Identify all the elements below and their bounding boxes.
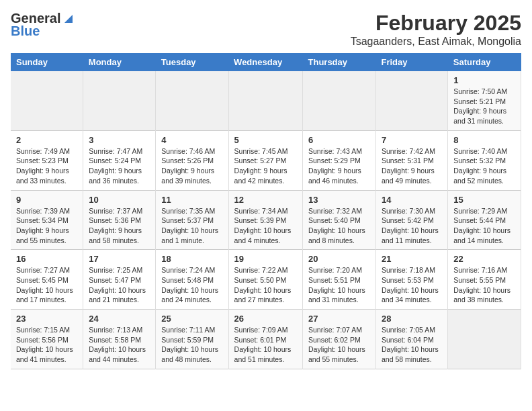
- calendar-header-row: SundayMondayTuesdayWednesdayThursdayFrid…: [11, 53, 521, 71]
- day-detail: Sunrise: 7:27 AM Sunset: 5:45 PM Dayligh…: [16, 265, 77, 305]
- day-detail: Sunrise: 7:24 AM Sunset: 5:48 PM Dayligh…: [161, 265, 222, 305]
- calendar-header-sunday: Sunday: [11, 53, 83, 71]
- day-detail: Sunrise: 7:37 AM Sunset: 5:36 PM Dayligh…: [89, 206, 150, 246]
- calendar-cell: 10Sunrise: 7:37 AM Sunset: 5:36 PM Dayli…: [83, 190, 156, 250]
- calendar-header-wednesday: Wednesday: [228, 53, 302, 71]
- calendar-week-row: 1Sunrise: 7:50 AM Sunset: 5:21 PM Daylig…: [11, 71, 521, 130]
- calendar-cell: [303, 71, 376, 130]
- day-number: 24: [89, 314, 150, 324]
- day-number: 5: [234, 135, 297, 145]
- day-number: 2: [16, 135, 77, 145]
- calendar-week-row: 9Sunrise: 7:39 AM Sunset: 5:34 PM Daylig…: [11, 190, 521, 250]
- calendar-cell: 2Sunrise: 7:49 AM Sunset: 5:23 PM Daylig…: [11, 130, 83, 190]
- svg-marker-0: [64, 15, 73, 23]
- day-detail: Sunrise: 7:35 AM Sunset: 5:37 PM Dayligh…: [161, 206, 222, 246]
- day-detail: Sunrise: 7:32 AM Sunset: 5:40 PM Dayligh…: [308, 206, 370, 246]
- day-detail: Sunrise: 7:45 AM Sunset: 5:27 PM Dayligh…: [234, 146, 297, 186]
- day-number: 1: [453, 75, 515, 85]
- calendar-cell: 17Sunrise: 7:25 AM Sunset: 5:47 PM Dayli…: [83, 250, 156, 310]
- day-number: 8: [453, 135, 515, 145]
- day-detail: Sunrise: 7:40 AM Sunset: 5:32 PM Dayligh…: [453, 146, 515, 186]
- day-detail: Sunrise: 7:07 AM Sunset: 6:02 PM Dayligh…: [308, 325, 370, 365]
- day-number: 16: [16, 254, 77, 264]
- day-number: 6: [308, 135, 370, 145]
- day-detail: Sunrise: 7:49 AM Sunset: 5:23 PM Dayligh…: [16, 146, 77, 186]
- logo-blue-text: Blue: [11, 24, 40, 39]
- calendar-cell: [156, 71, 228, 130]
- day-detail: Sunrise: 7:43 AM Sunset: 5:29 PM Dayligh…: [308, 146, 370, 186]
- day-number: 25: [161, 314, 222, 324]
- day-number: 17: [89, 254, 150, 264]
- calendar-cell: 20Sunrise: 7:20 AM Sunset: 5:51 PM Dayli…: [303, 250, 376, 310]
- page-header: General Blue February 2025 Tsagaanders, …: [11, 11, 521, 48]
- day-detail: Sunrise: 7:20 AM Sunset: 5:51 PM Dayligh…: [308, 265, 370, 305]
- calendar-header-thursday: Thursday: [303, 53, 376, 71]
- day-detail: Sunrise: 7:46 AM Sunset: 5:26 PM Dayligh…: [161, 146, 222, 186]
- calendar-header-friday: Friday: [376, 53, 448, 71]
- calendar-cell: 21Sunrise: 7:18 AM Sunset: 5:53 PM Dayli…: [376, 250, 448, 310]
- calendar-cell: 28Sunrise: 7:05 AM Sunset: 6:04 PM Dayli…: [376, 310, 448, 369]
- calendar-header-monday: Monday: [83, 53, 156, 71]
- calendar-cell: 12Sunrise: 7:34 AM Sunset: 5:39 PM Dayli…: [228, 190, 302, 250]
- day-number: 13: [308, 195, 370, 205]
- day-detail: Sunrise: 7:13 AM Sunset: 5:58 PM Dayligh…: [89, 325, 150, 365]
- day-detail: Sunrise: 7:30 AM Sunset: 5:42 PM Dayligh…: [382, 206, 442, 246]
- day-number: 21: [382, 254, 442, 264]
- day-detail: Sunrise: 7:22 AM Sunset: 5:50 PM Dayligh…: [234, 265, 297, 305]
- calendar-cell: [83, 71, 156, 130]
- page-title: February 2025: [351, 11, 521, 36]
- day-number: 18: [161, 254, 222, 264]
- calendar-cell: 15Sunrise: 7:29 AM Sunset: 5:44 PM Dayli…: [448, 190, 521, 250]
- calendar-cell: 22Sunrise: 7:16 AM Sunset: 5:55 PM Dayli…: [448, 250, 521, 310]
- calendar-cell: 24Sunrise: 7:13 AM Sunset: 5:58 PM Dayli…: [83, 310, 156, 369]
- calendar-cell: 3Sunrise: 7:47 AM Sunset: 5:24 PM Daylig…: [83, 130, 156, 190]
- day-detail: Sunrise: 7:05 AM Sunset: 6:04 PM Dayligh…: [382, 325, 442, 365]
- day-number: 3: [89, 135, 150, 145]
- day-detail: Sunrise: 7:09 AM Sunset: 6:01 PM Dayligh…: [234, 325, 297, 365]
- calendar-cell: 26Sunrise: 7:09 AM Sunset: 6:01 PM Dayli…: [228, 310, 302, 369]
- calendar-cell: 11Sunrise: 7:35 AM Sunset: 5:37 PM Dayli…: [156, 190, 228, 250]
- day-number: 9: [16, 195, 77, 205]
- day-number: 7: [382, 135, 442, 145]
- calendar-cell: 6Sunrise: 7:43 AM Sunset: 5:29 PM Daylig…: [303, 130, 376, 190]
- day-detail: Sunrise: 7:16 AM Sunset: 5:55 PM Dayligh…: [453, 265, 515, 305]
- calendar-cell: 14Sunrise: 7:30 AM Sunset: 5:42 PM Dayli…: [376, 190, 448, 250]
- day-number: 27: [308, 314, 370, 324]
- calendar-cell: 16Sunrise: 7:27 AM Sunset: 5:45 PM Dayli…: [11, 250, 83, 310]
- calendar-header-saturday: Saturday: [448, 53, 521, 71]
- calendar-cell: 9Sunrise: 7:39 AM Sunset: 5:34 PM Daylig…: [11, 190, 83, 250]
- day-number: 14: [382, 195, 442, 205]
- calendar-cell: [228, 71, 302, 130]
- day-number: 12: [234, 195, 297, 205]
- calendar-table: SundayMondayTuesdayWednesdayThursdayFrid…: [11, 53, 521, 369]
- day-detail: Sunrise: 7:25 AM Sunset: 5:47 PM Dayligh…: [89, 265, 150, 305]
- calendar-cell: 13Sunrise: 7:32 AM Sunset: 5:40 PM Dayli…: [303, 190, 376, 250]
- day-detail: Sunrise: 7:50 AM Sunset: 5:21 PM Dayligh…: [453, 87, 515, 126]
- day-number: 20: [308, 254, 370, 264]
- calendar-cell: [448, 310, 521, 369]
- calendar-cell: 25Sunrise: 7:11 AM Sunset: 5:59 PM Dayli…: [156, 310, 228, 369]
- day-detail: Sunrise: 7:15 AM Sunset: 5:56 PM Dayligh…: [16, 325, 77, 365]
- page-subtitle: Tsagaanders, East Aimak, Mongolia: [351, 36, 521, 48]
- day-detail: Sunrise: 7:11 AM Sunset: 5:59 PM Dayligh…: [161, 325, 222, 365]
- calendar-cell: 19Sunrise: 7:22 AM Sunset: 5:50 PM Dayli…: [228, 250, 302, 310]
- calendar-cell: 8Sunrise: 7:40 AM Sunset: 5:32 PM Daylig…: [448, 130, 521, 190]
- day-number: 19: [234, 254, 297, 264]
- logo: General Blue: [11, 11, 75, 39]
- calendar-cell: 1Sunrise: 7:50 AM Sunset: 5:21 PM Daylig…: [448, 71, 521, 130]
- calendar-week-row: 2Sunrise: 7:49 AM Sunset: 5:23 PM Daylig…: [11, 130, 521, 190]
- calendar-cell: 18Sunrise: 7:24 AM Sunset: 5:48 PM Dayli…: [156, 250, 228, 310]
- day-number: 22: [453, 254, 515, 264]
- calendar-week-row: 23Sunrise: 7:15 AM Sunset: 5:56 PM Dayli…: [11, 310, 521, 369]
- day-number: 4: [161, 135, 222, 145]
- calendar-cell: [11, 71, 83, 130]
- day-number: 28: [382, 314, 442, 324]
- day-detail: Sunrise: 7:29 AM Sunset: 5:44 PM Dayligh…: [453, 206, 515, 246]
- day-number: 23: [16, 314, 77, 324]
- title-block: February 2025 Tsagaanders, East Aimak, M…: [351, 11, 521, 48]
- calendar-cell: 27Sunrise: 7:07 AM Sunset: 6:02 PM Dayli…: [303, 310, 376, 369]
- day-detail: Sunrise: 7:39 AM Sunset: 5:34 PM Dayligh…: [16, 206, 77, 246]
- logo-triangle-icon: [62, 12, 75, 26]
- day-detail: Sunrise: 7:47 AM Sunset: 5:24 PM Dayligh…: [89, 146, 150, 186]
- day-number: 26: [234, 314, 297, 324]
